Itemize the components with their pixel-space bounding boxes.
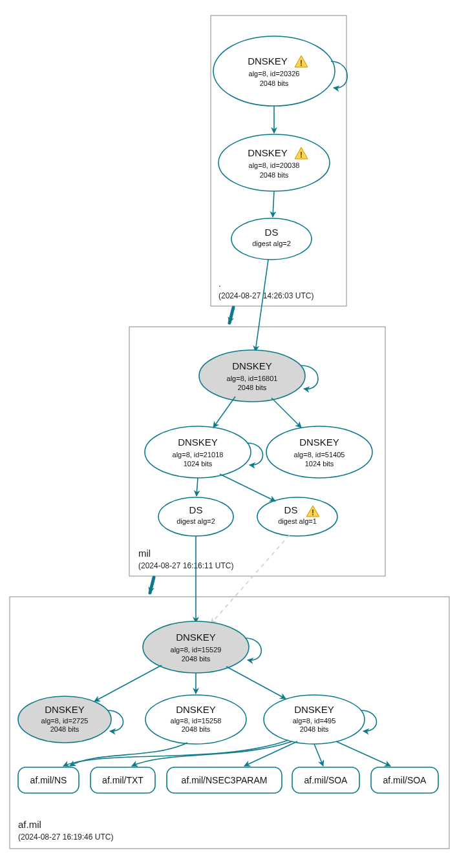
node-root-ksk: DNSKEY ! alg=8, id=20326 2048 bits <box>213 36 335 106</box>
svg-text:DNSKEY: DNSKEY <box>248 56 288 67</box>
svg-text:af.mil/SOA: af.mil/SOA <box>304 775 348 785</box>
svg-text:digest alg=2: digest alg=2 <box>176 517 215 525</box>
rr-ns: af.mil/NS <box>18 767 79 793</box>
svg-text:alg=8, id=51405: alg=8, id=51405 <box>294 451 345 459</box>
svg-text:af.mil/SOA: af.mil/SOA <box>383 775 427 785</box>
node-mil-ds2: DS ! digest alg=1 <box>257 497 337 536</box>
svg-text:alg=8, id=15529: alg=8, id=15529 <box>171 646 222 654</box>
svg-text:!: ! <box>300 150 303 160</box>
svg-point-31 <box>257 497 337 536</box>
dnssec-diagram: . (2024-08-27 14:26:03 UTC) DNSKEY ! alg… <box>0 0 457 868</box>
zone-root-name: . <box>218 278 221 289</box>
svg-text:DNSKEY: DNSKEY <box>176 704 216 715</box>
svg-text:2048 bits: 2048 bits <box>238 384 267 391</box>
edge-dashed <box>211 535 290 624</box>
svg-text:DNSKEY: DNSKEY <box>248 147 288 158</box>
edge <box>336 741 390 766</box>
edge <box>271 398 301 428</box>
svg-text:alg=8, id=2725: alg=8, id=2725 <box>41 717 89 725</box>
node-af-k3: DNSKEY alg=8, id=495 2048 bits <box>264 695 365 744</box>
svg-text:alg=8, id=495: alg=8, id=495 <box>293 717 336 725</box>
rr-soa2: af.mil/SOA <box>371 767 438 793</box>
svg-text:DNSKEY: DNSKEY <box>232 360 272 371</box>
svg-text:2048 bits: 2048 bits <box>182 655 211 663</box>
edge <box>314 744 323 766</box>
svg-text:digest alg=1: digest alg=1 <box>278 517 317 525</box>
edge <box>273 191 274 217</box>
svg-text:!: ! <box>300 59 303 68</box>
node-mil-ds1: DS digest alg=2 <box>158 497 233 536</box>
svg-text:1024 bits: 1024 bits <box>305 460 334 468</box>
svg-text:DNSKEY: DNSKEY <box>176 632 216 643</box>
svg-text:af.mil/TXT: af.mil/TXT <box>102 775 143 785</box>
svg-text:alg=8, id=21018: alg=8, id=21018 <box>173 451 224 459</box>
rr-txt: af.mil/TXT <box>90 767 155 793</box>
node-af-k2: DNSKEY alg=8, id=15258 2048 bits <box>145 695 246 744</box>
edge <box>226 666 286 699</box>
svg-text:digest alg=2: digest alg=2 <box>252 240 291 247</box>
node-af-ksk: DNSKEY alg=8, id=15529 2048 bits <box>143 621 249 673</box>
node-mil-ksk: DNSKEY alg=8, id=16801 2048 bits <box>199 350 305 402</box>
svg-point-28 <box>158 497 233 536</box>
edge <box>220 474 275 501</box>
zone-afmil-time: (2024-08-27 16:19:46 UTC) <box>18 832 113 842</box>
rr-soa1: af.mil/SOA <box>292 767 359 793</box>
svg-text:2048 bits: 2048 bits <box>260 171 289 179</box>
svg-text:DS: DS <box>284 504 298 515</box>
edge <box>197 478 198 496</box>
svg-text:af.mil/NS: af.mil/NS <box>30 775 67 785</box>
svg-text:DS: DS <box>265 227 279 238</box>
node-af-k1: DNSKEY alg=8, id=2725 2048 bits <box>18 696 111 743</box>
svg-text:DNSKEY: DNSKEY <box>178 437 218 448</box>
svg-point-13 <box>231 218 312 260</box>
edge <box>213 397 235 428</box>
delegation-arrow <box>150 577 154 593</box>
svg-text:DNSKEY: DNSKEY <box>45 704 85 715</box>
edge <box>70 743 187 766</box>
svg-text:alg=8, id=20326: alg=8, id=20326 <box>249 70 300 78</box>
node-mil-zsk1: DNSKEY alg=8, id=21018 1024 bits <box>145 426 251 478</box>
node-root-ds: DS digest alg=2 <box>231 218 312 260</box>
zone-mil-name: mil <box>138 548 151 559</box>
svg-text:2048 bits: 2048 bits <box>260 79 289 87</box>
delegation-arrow <box>229 307 233 323</box>
svg-text:DNSKEY: DNSKEY <box>294 704 334 715</box>
rr-nsec3param: af.mil/NSEC3PARAM <box>167 767 282 793</box>
node-root-zsk: DNSKEY ! alg=8, id=20038 2048 bits <box>218 134 330 191</box>
node-mil-zsk2: DNSKEY alg=8, id=51405 1024 bits <box>266 426 372 478</box>
svg-text:2048 bits: 2048 bits <box>50 725 80 733</box>
svg-text:2048 bits: 2048 bits <box>182 725 211 733</box>
edge <box>255 260 268 351</box>
svg-text:af.mil/NSEC3PARAM: af.mil/NSEC3PARAM <box>182 775 268 785</box>
edge <box>63 740 288 766</box>
edge <box>94 665 162 701</box>
svg-text:DS: DS <box>189 504 203 515</box>
svg-text:1024 bits: 1024 bits <box>184 460 213 468</box>
zone-root-time: (2024-08-27 14:26:03 UTC) <box>218 291 314 300</box>
svg-text:alg=8, id=16801: alg=8, id=16801 <box>227 375 278 382</box>
zone-mil-time: (2024-08-27 16:16:11 UTC) <box>138 561 233 570</box>
svg-text:2048 bits: 2048 bits <box>300 725 329 733</box>
svg-text:alg=8, id=20038: alg=8, id=20038 <box>249 161 300 169</box>
svg-text:alg=8, id=15258: alg=8, id=15258 <box>171 717 222 725</box>
svg-text:!: ! <box>312 508 314 517</box>
zone-afmil-name: af.mil <box>18 819 41 830</box>
svg-text:DNSKEY: DNSKEY <box>299 437 339 448</box>
